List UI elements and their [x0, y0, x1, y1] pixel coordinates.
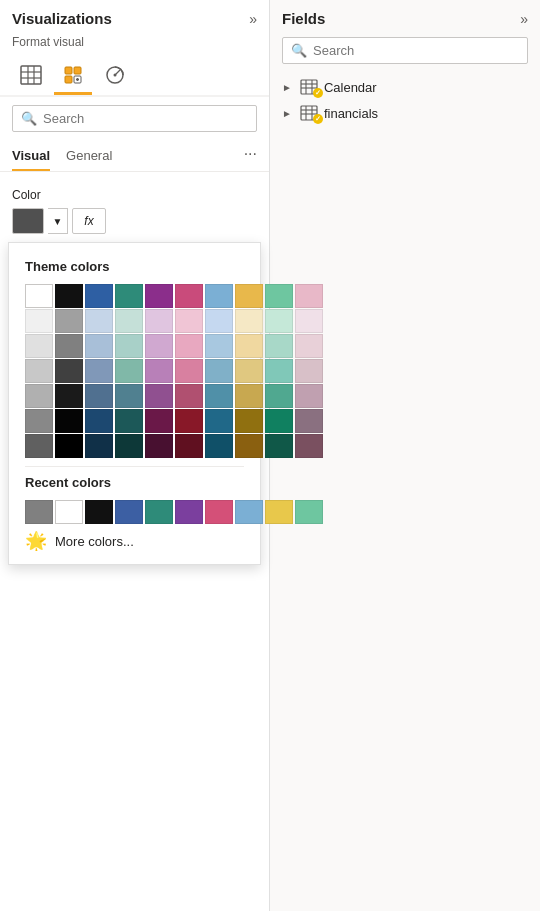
- color-cell-recent[interactable]: [55, 500, 83, 524]
- color-cell[interactable]: [235, 334, 263, 358]
- color-cell[interactable]: [175, 284, 203, 308]
- color-cell[interactable]: [295, 359, 323, 383]
- color-cell[interactable]: [295, 409, 323, 433]
- color-cell[interactable]: [265, 359, 293, 383]
- color-cell[interactable]: [85, 434, 113, 458]
- color-cell[interactable]: [205, 409, 233, 433]
- color-cell[interactable]: [25, 409, 53, 433]
- color-cell[interactable]: [265, 334, 293, 358]
- color-cell[interactable]: [145, 384, 173, 408]
- color-cell[interactable]: [85, 334, 113, 358]
- color-cell[interactable]: [25, 359, 53, 383]
- color-cell[interactable]: [115, 359, 143, 383]
- field-item-financials[interactable]: ► ✓ financials: [270, 100, 540, 126]
- color-cell[interactable]: [85, 384, 113, 408]
- color-cell[interactable]: [55, 284, 83, 308]
- color-cell[interactable]: [115, 309, 143, 333]
- color-cell-recent[interactable]: [175, 500, 203, 524]
- color-cell-recent[interactable]: [25, 500, 53, 524]
- color-cell[interactable]: [175, 409, 203, 433]
- color-cell[interactable]: [145, 359, 173, 383]
- color-cell[interactable]: [205, 334, 233, 358]
- color-cell[interactable]: [295, 434, 323, 458]
- color-cell[interactable]: [55, 434, 83, 458]
- color-cell[interactable]: [25, 384, 53, 408]
- color-cell[interactable]: [25, 434, 53, 458]
- color-cell[interactable]: [175, 334, 203, 358]
- color-cell[interactable]: [145, 409, 173, 433]
- color-cell-recent[interactable]: [295, 500, 323, 524]
- tabs-row: Visual General ···: [0, 140, 269, 172]
- color-cell[interactable]: [145, 309, 173, 333]
- fx-button[interactable]: fx: [72, 208, 106, 234]
- color-cell[interactable]: [25, 334, 53, 358]
- color-cell[interactable]: [115, 284, 143, 308]
- color-cell[interactable]: [145, 284, 173, 308]
- field-item-calendar[interactable]: ► ✓ Calendar: [270, 74, 540, 100]
- color-cell[interactable]: [175, 434, 203, 458]
- color-cell[interactable]: [265, 284, 293, 308]
- color-cell[interactable]: [205, 434, 233, 458]
- color-cell[interactable]: [85, 284, 113, 308]
- color-cell[interactable]: [55, 409, 83, 433]
- color-cell[interactable]: [235, 309, 263, 333]
- color-cell[interactable]: [265, 384, 293, 408]
- color-cell[interactable]: [235, 434, 263, 458]
- color-cell[interactable]: [205, 309, 233, 333]
- color-cell[interactable]: [55, 384, 83, 408]
- color-cell[interactable]: [265, 309, 293, 333]
- toolbar-format-icon[interactable]: [54, 57, 92, 95]
- color-cell[interactable]: [85, 359, 113, 383]
- toolbar-analytics-icon[interactable]: [96, 57, 134, 95]
- theme-row-3: [25, 334, 244, 358]
- color-cell[interactable]: [295, 284, 323, 308]
- color-cell[interactable]: [85, 309, 113, 333]
- left-search-input[interactable]: [43, 111, 248, 126]
- color-cell[interactable]: [205, 384, 233, 408]
- color-cell-recent[interactable]: [265, 500, 293, 524]
- fields-search-input[interactable]: [313, 43, 519, 58]
- color-cell[interactable]: [295, 334, 323, 358]
- color-dropdown-button[interactable]: ▼: [48, 208, 68, 234]
- color-cell[interactable]: [175, 309, 203, 333]
- toolbar-table-icon[interactable]: [12, 57, 50, 95]
- color-cell[interactable]: [175, 359, 203, 383]
- color-cell[interactable]: [25, 309, 53, 333]
- color-cell[interactable]: [55, 309, 83, 333]
- svg-rect-6: [65, 76, 72, 83]
- color-cell[interactable]: [115, 334, 143, 358]
- color-swatch-button[interactable]: [12, 208, 44, 234]
- more-colors-label: More colors...: [55, 534, 134, 549]
- color-cell[interactable]: [235, 284, 263, 308]
- color-cell[interactable]: [235, 384, 263, 408]
- color-cell[interactable]: [205, 359, 233, 383]
- color-cell-recent[interactable]: [85, 500, 113, 524]
- tabs-more-icon[interactable]: ···: [244, 145, 257, 167]
- color-cell-recent[interactable]: [115, 500, 143, 524]
- color-cell[interactable]: [55, 334, 83, 358]
- color-cell[interactable]: [85, 409, 113, 433]
- color-cell-recent[interactable]: [235, 500, 263, 524]
- color-cell[interactable]: [235, 359, 263, 383]
- color-cell[interactable]: [295, 384, 323, 408]
- color-cell[interactable]: [205, 284, 233, 308]
- color-cell-recent[interactable]: [145, 500, 173, 524]
- color-cell[interactable]: [175, 384, 203, 408]
- color-cell[interactable]: [55, 359, 83, 383]
- color-cell[interactable]: [295, 309, 323, 333]
- color-cell[interactable]: [115, 434, 143, 458]
- color-cell[interactable]: [115, 409, 143, 433]
- expand-icon[interactable]: »: [249, 11, 257, 27]
- tab-visual[interactable]: Visual: [12, 140, 50, 171]
- color-cell[interactable]: [265, 409, 293, 433]
- more-colors-row[interactable]: 🌟 More colors...: [25, 524, 244, 556]
- color-cell[interactable]: [115, 384, 143, 408]
- color-cell[interactable]: [145, 334, 173, 358]
- color-cell[interactable]: [25, 284, 53, 308]
- color-cell-recent[interactable]: [205, 500, 233, 524]
- color-cell[interactable]: [265, 434, 293, 458]
- tab-general[interactable]: General: [66, 140, 112, 171]
- color-cell[interactable]: [145, 434, 173, 458]
- color-cell[interactable]: [235, 409, 263, 433]
- fields-expand-icon[interactable]: »: [520, 11, 528, 27]
